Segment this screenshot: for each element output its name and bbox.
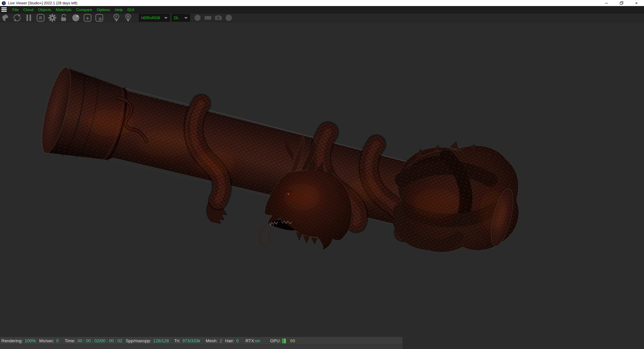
sphere-env-button[interactable] <box>224 13 233 22</box>
focus-picker-letter: F <box>115 14 117 18</box>
spp-label: Spp/maxspp: <box>126 338 151 343</box>
mesh-export-button[interactable] <box>193 13 202 22</box>
hair-label: Hair: <box>225 338 234 343</box>
hamburger-icon[interactable] <box>1 7 7 12</box>
octane-logo-icon <box>1 14 9 22</box>
colorspace-dropdown[interactable]: HDR/sRGB <box>139 14 170 21</box>
hexagon-mesh-icon <box>194 14 201 21</box>
statusbar-row: Rendering: 100% Ms/sec: 0 Time: 00 : 00 … <box>0 337 402 345</box>
close-button[interactable]: ✕ <box>629 0 644 6</box>
octane-logo-button[interactable] <box>1 13 10 22</box>
rtx-label: RTX: <box>246 338 255 343</box>
focus-picker-button[interactable]: F <box>112 13 121 22</box>
menu-objects[interactable]: Objects <box>38 8 51 12</box>
mssec-value: 0 <box>56 338 59 343</box>
restore-icon <box>620 1 623 5</box>
rendered-scene-dragon-scroll <box>0 22 644 349</box>
restart-render-button[interactable] <box>13 13 21 22</box>
menu-gui[interactable]: GUI <box>127 8 134 12</box>
rendering-value: 100% <box>25 338 36 343</box>
material-ball-icon <box>72 14 80 22</box>
material-ball-button[interactable] <box>71 13 80 22</box>
gpu-value: 69 <box>290 338 295 343</box>
statusbar-progress-track <box>0 345 402 349</box>
lock-resolution-button[interactable] <box>60 13 68 22</box>
menu-options[interactable]: Options <box>97 8 110 12</box>
lock-open-icon <box>60 14 68 22</box>
colorspace-value: HDR/sRGB <box>141 16 162 20</box>
menu-compare[interactable]: Compare <box>76 8 92 12</box>
focus-picker-pin-icon: F <box>113 13 120 22</box>
render-settings-gear-icon <box>48 14 56 22</box>
film-rectangle-icon <box>204 14 212 21</box>
pause-render-icon <box>26 14 32 21</box>
menu-help[interactable]: Help <box>115 8 123 12</box>
sphere-icon <box>225 14 232 21</box>
rendering-label: Rendering: <box>1 338 23 343</box>
pause-render-button[interactable] <box>24 13 33 22</box>
region-render-icon: R <box>37 14 45 22</box>
render-mode-value: DL <box>174 16 182 20</box>
render-passes-button[interactable] <box>204 13 212 22</box>
add-render-target-button[interactable] <box>83 13 92 22</box>
toolbar: R <box>0 13 644 22</box>
region-render-letter: R <box>39 15 42 20</box>
statusbar: Rendering: 100% Ms/sec: 0 Time: 00 : 00 … <box>0 337 402 349</box>
time-label: Time: <box>65 338 75 343</box>
detach-viewport-button[interactable] <box>95 13 104 22</box>
material-picker-letter: M <box>127 14 129 18</box>
restart-render-icon <box>13 13 21 22</box>
spp-value: 128/128 <box>153 338 169 343</box>
detach-viewport-icon <box>95 14 103 22</box>
render-viewport[interactable]: Rendering: 100% Ms/sec: 0 Time: 00 : 00 … <box>0 22 644 349</box>
rtx-value: on <box>255 338 260 343</box>
chevron-down-icon <box>184 17 187 19</box>
material-picker-pin-icon: M <box>124 13 132 22</box>
minimize-button[interactable] <box>599 0 614 6</box>
render-settings-button[interactable] <box>48 13 57 22</box>
time-value: 00 : 00 : 02/00 : 00 : 02 <box>77 338 122 343</box>
menubar: File Cloud Objects Materials Compare Opt… <box>0 6 644 13</box>
tri-label: Tri: <box>174 338 180 343</box>
window-title: Live Viewer [Studio+] 2022.1 (28 days le… <box>8 1 77 5</box>
titlebar: Live Viewer [Studio+] 2022.1 (28 days le… <box>0 0 644 6</box>
restore-button[interactable] <box>614 0 629 6</box>
tri-value: 973/333k <box>182 338 201 343</box>
gpu-label: GPU: <box>270 338 281 343</box>
mssec-label: Ms/sec: <box>39 338 54 343</box>
menu-file[interactable]: File <box>12 8 19 12</box>
minimize-icon <box>605 1 608 5</box>
render-mode-dropdown[interactable]: DL <box>172 14 190 21</box>
material-picker-button[interactable]: M <box>124 13 132 22</box>
mesh-label: Mesh: <box>206 338 217 343</box>
octane-logo-icon <box>2 1 6 5</box>
menu-cloud[interactable]: Cloud <box>23 8 34 12</box>
chevron-down-icon <box>164 17 167 19</box>
hair-value: 0 <box>236 338 238 343</box>
add-render-target-icon <box>84 14 92 22</box>
camera-icon <box>214 14 222 21</box>
gpu-meter-bars <box>282 338 286 343</box>
camera-snapshot-button[interactable] <box>214 13 223 22</box>
region-render-button[interactable]: R <box>36 13 45 22</box>
mesh-value: 2 <box>220 338 222 343</box>
menu-materials[interactable]: Materials <box>56 8 72 12</box>
